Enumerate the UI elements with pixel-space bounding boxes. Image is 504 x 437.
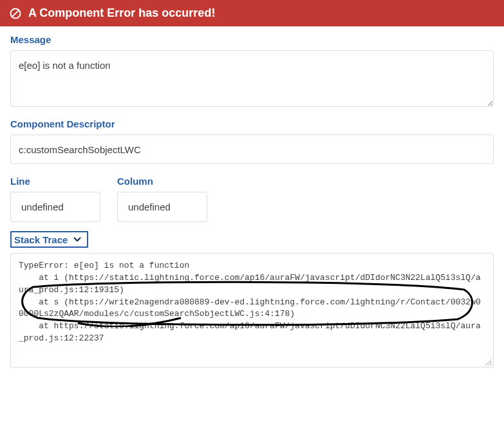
component-descriptor-section: Component Descriptor: [0, 118, 504, 176]
component-descriptor-textarea[interactable]: [10, 135, 494, 164]
ban-icon: [9, 7, 22, 20]
line-section: Line undefined: [10, 176, 100, 222]
component-descriptor-label: Component Descriptor: [10, 118, 494, 129]
message-textarea[interactable]: [10, 50, 494, 107]
error-banner: A Component Error has occurred!: [0, 0, 504, 26]
message-label: Message: [10, 34, 494, 45]
message-section: Message: [0, 34, 504, 118]
line-column-row: Line undefined Column undefined: [0, 176, 504, 231]
column-value[interactable]: undefined: [117, 192, 207, 222]
stack-trace-textarea[interactable]: TypeError: e[eo] is not a function at i …: [11, 254, 493, 367]
line-label: Line: [10, 176, 100, 187]
error-panel: A Component Error has occurred! Message …: [0, 0, 504, 374]
stack-trace-section: TypeError: e[eo] is not a function at i …: [10, 253, 494, 367]
error-banner-title: A Component Error has occurred!: [28, 6, 215, 20]
stack-trace-toggle[interactable]: Stack Trace: [10, 231, 88, 248]
stack-trace-label: Stack Trace: [14, 234, 68, 245]
line-value[interactable]: undefined: [10, 192, 100, 222]
svg-line-1: [12, 10, 19, 17]
column-section: Column undefined: [117, 176, 207, 222]
chevron-down-icon: [71, 234, 83, 245]
column-label: Column: [117, 176, 207, 187]
